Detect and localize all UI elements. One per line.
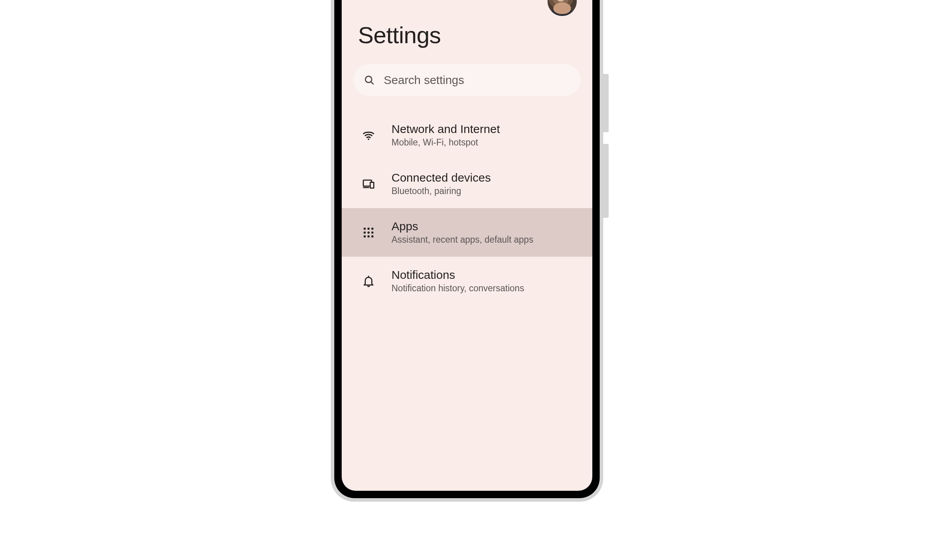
apps-grid-icon	[362, 226, 375, 239]
settings-item-network[interactable]: Network and Internet Mobile, Wi-Fi, hots…	[342, 111, 592, 159]
devices-icon	[362, 177, 375, 191]
svg-rect-5	[370, 182, 374, 188]
settings-item-title: Notifications	[392, 268, 524, 282]
page-title: Settings	[342, 15, 592, 64]
svg-point-10	[367, 231, 370, 234]
search-icon	[363, 74, 375, 86]
bell-icon	[362, 275, 375, 288]
phone-side-button-1	[603, 74, 609, 132]
settings-item-title: Network and Internet	[392, 122, 500, 136]
top-bar	[342, 0, 592, 15]
settings-item-connected-devices[interactable]: Connected devices Bluetooth, pairing	[342, 159, 592, 208]
settings-item-subtitle: Mobile, Wi-Fi, hotspot	[392, 137, 500, 148]
settings-item-texts: Connected devices Bluetooth, pairing	[392, 171, 491, 196]
search-placeholder: Search settings	[384, 74, 464, 87]
svg-point-7	[367, 228, 370, 230]
wifi-icon	[362, 129, 375, 142]
settings-item-texts: Apps Assistant, recent apps, default app…	[392, 220, 533, 245]
settings-item-subtitle: Bluetooth, pairing	[392, 186, 491, 196]
settings-item-texts: Network and Internet Mobile, Wi-Fi, hots…	[392, 122, 500, 148]
svg-point-6	[363, 228, 366, 230]
svg-point-13	[367, 235, 370, 238]
profile-avatar[interactable]	[548, 0, 577, 16]
phone-side-button-2	[603, 144, 609, 218]
screen: Settings Search settings Ne	[342, 0, 592, 491]
settings-item-title: Connected devices	[392, 171, 491, 184]
search-field[interactable]: Search settings	[353, 64, 581, 96]
settings-item-apps[interactable]: Apps Assistant, recent apps, default app…	[342, 208, 592, 257]
settings-item-subtitle: Notification history, conversations	[392, 283, 524, 294]
svg-point-11	[371, 231, 374, 234]
settings-item-notifications[interactable]: Notifications Notification history, conv…	[342, 257, 592, 305]
svg-point-9	[363, 231, 366, 234]
settings-item-subtitle: Assistant, recent apps, default apps	[392, 234, 533, 245]
phone-frame: Settings Search settings Ne	[331, 0, 603, 502]
svg-point-2	[368, 138, 369, 140]
svg-point-8	[371, 228, 374, 230]
svg-point-14	[371, 235, 374, 238]
svg-line-1	[371, 82, 373, 84]
svg-point-12	[363, 235, 366, 238]
settings-item-title: Apps	[392, 220, 533, 233]
settings-item-texts: Notifications Notification history, conv…	[392, 268, 524, 294]
